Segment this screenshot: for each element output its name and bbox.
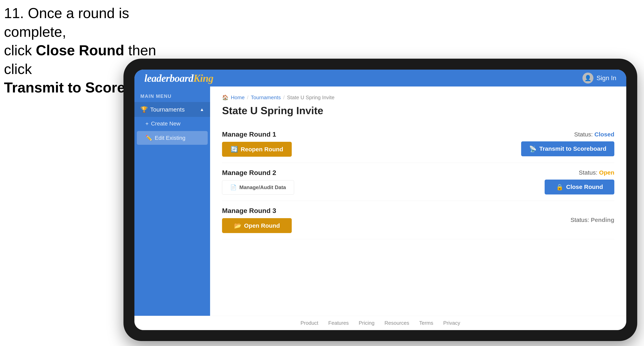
- open-round-button[interactable]: 📂 Open Round: [222, 218, 292, 233]
- round-3-right: Status: Pending: [570, 216, 614, 223]
- refresh-icon: 🔄: [230, 146, 238, 153]
- round-1-left: Manage Round 1 🔄 Reopen Round: [222, 131, 292, 157]
- trophy-icon: 🏆: [140, 106, 148, 113]
- footer-product[interactable]: Product: [300, 320, 318, 326]
- manage-audit-data-button[interactable]: 📄 Manage/Audit Data: [222, 180, 294, 195]
- breadcrumb-tournaments[interactable]: Tournaments: [251, 94, 281, 101]
- round-1-section: Manage Round 1 🔄 Reopen Round Status: Cl…: [222, 125, 614, 163]
- footer-pricing[interactable]: Pricing: [359, 320, 374, 326]
- round-2-left: Manage Round 2 📄 Manage/Audit Data: [222, 169, 294, 195]
- sidebar-item-create-new[interactable]: + Create New: [134, 117, 210, 131]
- sidebar-item-tournaments[interactable]: 🏆 Tournaments ▲: [134, 102, 210, 117]
- footer-features[interactable]: Features: [328, 320, 349, 326]
- round-1-right: Status: Closed 📡 Transmit to Scoreboard: [521, 131, 614, 156]
- tablet-screen: leaderboardKing 👤 Sign In MAIN MENU 🏆 To…: [134, 70, 626, 330]
- round-2-right: Status: Open 🔒 Close Round: [545, 169, 614, 194]
- avatar: 👤: [582, 73, 594, 84]
- round-3-section: Manage Round 3 📂 Open Round Status: Pend…: [222, 201, 614, 239]
- round-1-title: Manage Round 1: [222, 131, 292, 138]
- reopen-round-button[interactable]: 🔄 Reopen Round: [222, 142, 292, 157]
- home-icon: 🏠: [222, 94, 228, 101]
- main-menu-label: MAIN MENU: [134, 91, 210, 102]
- open-icon: 📂: [234, 222, 241, 229]
- breadcrumb-current: State U Spring Invite: [287, 94, 334, 101]
- breadcrumb: 🏠 Home / Tournaments / State U Spring In…: [222, 94, 614, 101]
- round-2-title: Manage Round 2: [222, 169, 294, 176]
- footer-privacy[interactable]: Privacy: [443, 320, 460, 326]
- lock-icon: 🔒: [556, 183, 563, 190]
- sidebar-item-edit-existing[interactable]: ✏️ Edit Existing: [137, 131, 208, 145]
- round-2-section: Manage Round 2 📄 Manage/Audit Data Statu…: [222, 163, 614, 201]
- transmit-to-scoreboard-button[interactable]: 📡 Transmit to Scoreboard: [521, 141, 614, 156]
- footer-resources[interactable]: Resources: [384, 320, 409, 326]
- page-title: State U Spring Invite: [222, 105, 614, 117]
- round-3-left: Manage Round 3 📂 Open Round: [222, 207, 292, 233]
- content-area: 🏠 Home / Tournaments / State U Spring In…: [210, 86, 626, 316]
- sidebar-tournaments-label: Tournaments: [150, 106, 184, 113]
- round-3-status: Status: Pending: [570, 216, 614, 223]
- round-1-status: Status: Closed: [574, 131, 614, 138]
- create-new-label: Create New: [151, 121, 180, 127]
- top-bar: leaderboardKing 👤 Sign In: [134, 70, 626, 86]
- footer: Product Features Pricing Resources Terms…: [134, 316, 626, 330]
- sign-in-area[interactable]: 👤 Sign In: [582, 73, 616, 84]
- close-round-button[interactable]: 🔒 Close Round: [545, 179, 614, 194]
- chevron-down-icon: ▲: [200, 107, 204, 112]
- footer-terms[interactable]: Terms: [419, 320, 433, 326]
- round-2-status: Status: Open: [579, 169, 614, 176]
- main-layout: MAIN MENU 🏆 Tournaments ▲ + Create New ✏…: [134, 86, 626, 316]
- breadcrumb-home[interactable]: Home: [231, 94, 244, 101]
- sidebar: MAIN MENU 🏆 Tournaments ▲ + Create New ✏…: [134, 86, 210, 316]
- edit-existing-label: Edit Existing: [155, 135, 186, 141]
- round-3-title: Manage Round 3: [222, 207, 292, 214]
- plus-icon: +: [145, 121, 148, 127]
- sign-in-label[interactable]: Sign In: [596, 74, 616, 82]
- tablet-device: leaderboardKing 👤 Sign In MAIN MENU 🏆 To…: [124, 59, 637, 341]
- document-icon: 📄: [230, 184, 236, 190]
- edit-icon: ✏️: [145, 135, 152, 141]
- transmit-icon: 📡: [529, 145, 536, 152]
- logo: leaderboardKing: [144, 72, 213, 84]
